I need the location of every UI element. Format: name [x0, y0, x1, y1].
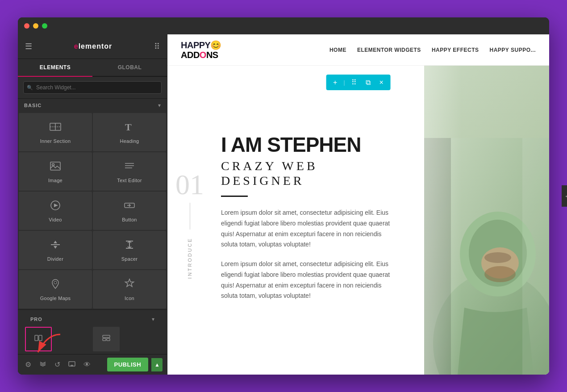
- svg-rect-26: [71, 365, 73, 366]
- toolbar-add-button[interactable]: +: [330, 78, 340, 88]
- maximize-button[interactable]: [42, 23, 47, 29]
- spacer-icon: [123, 238, 136, 253]
- hero-vertical-line: [190, 203, 190, 229]
- left-panel: ☰ elementor ⠿ ELEMENTS GLOBAL BASIC ▾: [18, 34, 167, 375]
- widget-label-heading: Heading: [120, 138, 139, 144]
- svg-rect-24: [107, 338, 110, 341]
- logo-addons: ADDONS: [181, 50, 221, 60]
- svg-text:T: T: [125, 121, 132, 133]
- pro-widget-2[interactable]: [93, 327, 120, 351]
- widget-video[interactable]: Video: [19, 192, 92, 230]
- widget-inner-section[interactable]: Inner Section: [19, 113, 92, 151]
- bottom-bar: ⚙ ↺ 👁 PUBLISH ▲: [18, 354, 167, 375]
- nav-support[interactable]: HAPPY SUPPO...: [490, 47, 536, 53]
- svg-marker-14: [54, 241, 57, 243]
- icon-widget-icon: [123, 278, 136, 292]
- widget-label-icon: Icon: [125, 296, 134, 301]
- svg-rect-4: [50, 162, 60, 170]
- widget-label-inner-section: Inner Section: [40, 138, 71, 144]
- minimize-button[interactable]: [33, 23, 38, 29]
- site-logo: HAPPY😊 ADDONS: [181, 40, 221, 60]
- widget-label-divider: Divider: [47, 256, 63, 262]
- heading-icon: T: [123, 121, 136, 135]
- nav-widgets[interactable]: ELEMENTOR WIDGETS: [357, 47, 421, 53]
- hero-vertical-text: INTRODUCE: [187, 238, 192, 279]
- video-icon: [49, 199, 62, 213]
- widget-label-google-maps: Google Maps: [40, 296, 71, 301]
- titlebar: [18, 17, 549, 34]
- main-area: ☰ elementor ⠿ ELEMENTS GLOBAL BASIC ▾: [18, 34, 549, 375]
- panel-header: ☰ elementor ⠿: [18, 34, 167, 59]
- text-editor-icon: [123, 160, 136, 174]
- toolbar-close-button[interactable]: ×: [377, 78, 386, 88]
- pro-widget-2-icon: [102, 334, 111, 345]
- search-box: [18, 77, 167, 99]
- hero-divider: [221, 196, 248, 197]
- widget-divider[interactable]: Divider: [19, 231, 92, 269]
- pro-section: PRO ▾: [18, 309, 167, 354]
- widget-button[interactable]: Button: [93, 192, 166, 230]
- preview-icon[interactable]: 👁: [81, 359, 93, 371]
- content-area: HAPPY😊 ADDONS HOME ELEMENTOR WIDGETS HAP…: [167, 34, 549, 375]
- hero-subtitle: CRAZY WEB DESIGNER: [221, 158, 411, 188]
- hero-title: I AM STEPHEN: [221, 134, 411, 155]
- elementor-logo: elementor: [74, 42, 112, 50]
- inner-section-icon: [49, 121, 62, 135]
- pro-widget-1-icon: [34, 334, 43, 345]
- hero-subtitle-line2: DESIGNER: [221, 174, 304, 188]
- basic-chevron-icon: ▾: [158, 102, 161, 108]
- layers-icon[interactable]: [37, 359, 49, 371]
- widget-heading[interactable]: T Heading: [93, 113, 166, 151]
- nav-effects[interactable]: HAPPY EFFECTS: [432, 47, 479, 53]
- close-button[interactable]: [24, 23, 29, 29]
- publish-dropdown-button[interactable]: ▲: [151, 358, 163, 371]
- widget-image[interactable]: Image: [19, 152, 92, 191]
- responsive-icon[interactable]: [66, 359, 78, 371]
- logo-happy: HAPPY😊: [181, 40, 221, 50]
- widget-text-editor[interactable]: Text Editor: [93, 152, 166, 191]
- toolbar-copy-button[interactable]: ⧉: [363, 78, 373, 88]
- tab-global[interactable]: GLOBAL: [92, 59, 167, 76]
- hero-paragraph-1: Lorem ipsum dolor sit amet, consectetur …: [221, 208, 400, 250]
- pro-chevron-icon: ▾: [152, 316, 154, 322]
- divider-icon: [49, 238, 62, 253]
- settings-icon[interactable]: ⚙: [22, 359, 34, 371]
- pro-section-header[interactable]: PRO ▾: [24, 313, 161, 326]
- widget-label-button: Button: [122, 217, 137, 222]
- widget-icon[interactable]: Icon: [93, 270, 166, 309]
- hero-image: [424, 66, 549, 375]
- panel-tabs: ELEMENTS GLOBAL: [18, 59, 167, 77]
- nav-links: HOME ELEMENTOR WIDGETS HAPPY EFFECTS HAP…: [329, 47, 536, 53]
- search-input[interactable]: [23, 81, 162, 94]
- nav-home[interactable]: HOME: [329, 47, 346, 53]
- publish-button[interactable]: PUBLISH: [107, 358, 149, 371]
- toolbar-sep-1: |: [343, 79, 345, 86]
- widget-spacer[interactable]: Spacer: [93, 231, 166, 269]
- grid-icon[interactable]: ⠿: [154, 42, 160, 51]
- history-icon[interactable]: ↺: [52, 359, 63, 371]
- pro-section-title: PRO: [30, 317, 42, 322]
- hamburger-icon[interactable]: ☰: [25, 42, 32, 51]
- google-maps-icon: [49, 278, 62, 292]
- svg-marker-10: [54, 204, 58, 207]
- tab-elements[interactable]: ELEMENTS: [18, 59, 92, 77]
- widget-grid: Inner Section T Heading: [18, 112, 167, 309]
- app-window: ☰ elementor ⠿ ELEMENTS GLOBAL BASIC ▾: [18, 17, 549, 375]
- hero-image-overlay: [424, 66, 549, 375]
- basic-section-title: BASIC: [24, 103, 42, 108]
- svg-rect-23: [103, 338, 106, 341]
- pro-widget-1[interactable]: [25, 327, 52, 351]
- svg-rect-22: [103, 335, 110, 338]
- hero-decoration: 01 INTRODUCE: [167, 66, 212, 375]
- basic-section-header[interactable]: BASIC ▾: [18, 99, 167, 112]
- widget-google-maps[interactable]: Google Maps: [19, 270, 92, 309]
- hero-paragraph-2: Lorem ipsum dolor sit amet, consectetur …: [221, 259, 400, 301]
- hero-number: 01: [175, 171, 204, 199]
- image-icon: [49, 160, 62, 174]
- svg-marker-15: [54, 246, 57, 249]
- hero-content: I AM STEPHEN CRAZY WEB DESIGNER Lorem ip…: [212, 66, 424, 375]
- widget-label-image: Image: [48, 178, 63, 183]
- button-icon: [123, 199, 136, 213]
- widget-label-text-editor: Text Editor: [117, 178, 142, 183]
- toolbar-move-button[interactable]: ⠿: [349, 77, 359, 88]
